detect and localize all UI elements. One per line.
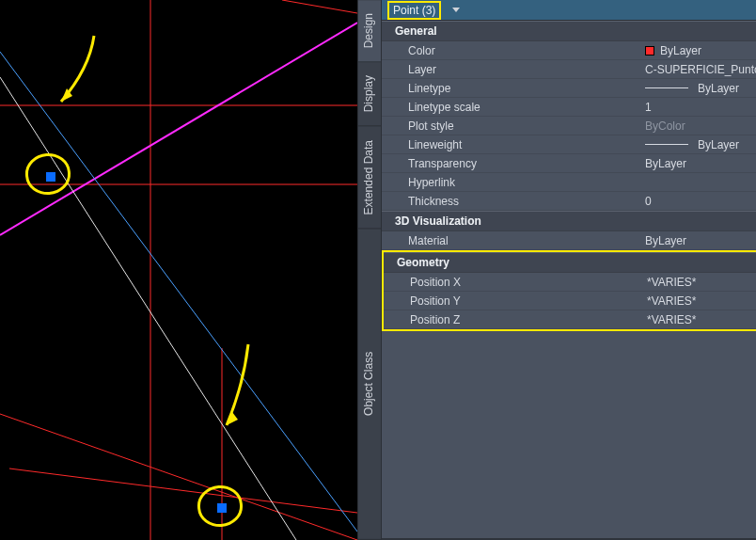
group-header-geometry[interactable]: Geometry xyxy=(384,252,756,273)
annotation-highlight-header: Point (3) xyxy=(387,1,441,20)
group-header-3dvis[interactable]: 3D Visualization xyxy=(382,211,756,231)
prop-material[interactable]: Material ByLayer xyxy=(382,231,756,250)
magenta-diag[interactable] xyxy=(0,23,357,235)
tab-design[interactable]: Design xyxy=(358,0,381,62)
group-general: General Color ByLayer Layer C-SUPERFICIE… xyxy=(382,21,756,211)
tab-extended-data[interactable]: Extended Data xyxy=(358,127,381,229)
prop-transparency[interactable]: Transparency ByLayer xyxy=(382,154,756,173)
value: ByColor xyxy=(645,119,756,133)
prop-lineweight[interactable]: Lineweight ByLayer xyxy=(382,135,756,154)
value: ByLayer xyxy=(645,157,756,170)
prop-plot-style[interactable]: Plot style ByColor xyxy=(382,117,756,135)
chevron-down-icon xyxy=(452,8,460,12)
prop-color[interactable]: Color ByLayer xyxy=(382,41,756,60)
selection-dropdown[interactable]: Point (3) xyxy=(382,0,756,21)
value-text: ByLayer xyxy=(698,82,739,95)
value: *VARIES* xyxy=(647,294,756,308)
value: ByLayer xyxy=(645,234,756,247)
prop-layer[interactable]: Layer C-SUPERFICIE_Puntos xyxy=(382,60,756,79)
value: ByLayer xyxy=(645,44,756,57)
cad-viewport[interactable] xyxy=(0,0,357,540)
value: *VARIES* xyxy=(647,313,756,326)
annotation-highlight-geometry: Geometry Position X *VARIES* Position Y … xyxy=(382,250,756,331)
value: ByLayer xyxy=(645,138,756,151)
lineweight-preview-icon xyxy=(645,144,688,145)
tab-object-class[interactable]: Object Class xyxy=(358,229,381,540)
viewport-svg xyxy=(0,0,357,540)
label: Position Z xyxy=(384,313,647,326)
prop-linetype-scale[interactable]: Linetype scale 1 xyxy=(382,98,756,117)
prop-position-y[interactable]: Position Y *VARIES* xyxy=(384,292,756,310)
value: C-SUPERFICIE_Puntos xyxy=(645,63,756,76)
label: Material xyxy=(382,234,645,247)
properties-tabstrip: Design Display Extended Data Object Clas… xyxy=(357,0,382,540)
red-diag-1[interactable] xyxy=(0,414,357,540)
properties-panel: Point (3) General Color ByLayer Layer C-… xyxy=(382,0,756,540)
tab-display[interactable]: Display xyxy=(358,62,381,126)
value: 0 xyxy=(645,195,756,208)
value-text: ByLayer xyxy=(698,138,739,151)
prop-position-x[interactable]: Position X *VARIES* xyxy=(384,273,756,292)
label: Linetype scale xyxy=(382,101,645,114)
label: Thickness xyxy=(382,195,645,208)
red-diag-2[interactable] xyxy=(9,469,357,513)
label: Color xyxy=(382,44,645,57)
blue-diag[interactable] xyxy=(0,52,357,532)
selection-label: Point (3) xyxy=(393,4,435,17)
label: Lineweight xyxy=(382,138,645,151)
label: Hyperlink xyxy=(382,176,645,189)
group-3d-visualization: 3D Visualization Material ByLayer xyxy=(382,211,756,250)
value: *VARIES* xyxy=(647,276,756,289)
label: Transparency xyxy=(382,157,645,170)
value: 1 xyxy=(645,101,756,114)
group-header-general[interactable]: General xyxy=(382,21,756,41)
prop-position-z[interactable]: Position Z *VARIES* xyxy=(384,310,756,329)
prop-linetype[interactable]: Linetype ByLayer xyxy=(382,79,756,98)
label: Position Y xyxy=(384,294,647,308)
label: Layer xyxy=(382,63,645,76)
label: Plot style xyxy=(382,119,645,133)
label: Position X xyxy=(384,276,647,289)
value: ByLayer xyxy=(645,82,756,95)
label: Linetype xyxy=(382,82,645,95)
panel-empty-space xyxy=(382,331,756,538)
prop-thickness[interactable]: Thickness 0 xyxy=(382,192,756,211)
linetype-preview-icon xyxy=(645,87,688,88)
red-diag-top[interactable] xyxy=(282,0,357,13)
value-text: ByLayer xyxy=(660,44,701,57)
color-swatch-icon xyxy=(645,46,654,56)
prop-hyperlink[interactable]: Hyperlink xyxy=(382,173,756,192)
